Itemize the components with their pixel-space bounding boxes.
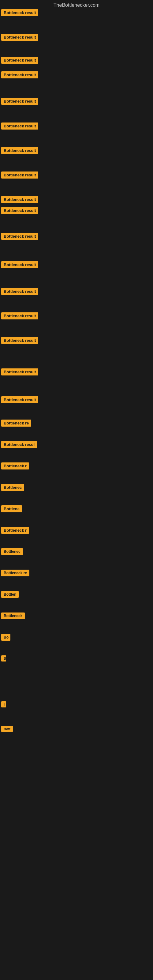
bottleneck-row-28: B — [1, 655, 6, 663]
bottleneck-row-30: I — [1, 701, 6, 709]
bottleneck-label-30: I — [1, 701, 6, 708]
bottleneck-row-25: Bottlen — [1, 591, 19, 599]
bottleneck-row-21: Bottlene — [1, 505, 22, 514]
bottleneck-row-19: Bottleneck r — [1, 463, 29, 471]
bottleneck-row-8: Bottleneck result — [1, 196, 38, 204]
bottleneck-label-23: Bottlenec — [1, 548, 23, 555]
bottleneck-label-19: Bottleneck r — [1, 463, 29, 469]
bottleneck-row-12: Bottleneck result — [1, 288, 38, 296]
bottleneck-label-15: Bottleneck result — [1, 368, 38, 375]
bottleneck-label-24: Bottleneck re — [1, 570, 29, 576]
bottleneck-label-16: Bottleneck result — [1, 396, 38, 403]
bottleneck-label-27: Bo — [1, 634, 10, 641]
site-title: TheBottlenecker.com — [0, 0, 153, 10]
bottleneck-row-4: Bottleneck result — [1, 98, 38, 106]
bottleneck-label-7: Bottleneck result — [1, 172, 38, 178]
bottleneck-row-10: Bottleneck result — [1, 233, 38, 241]
bottleneck-label-0: Bottleneck result — [1, 9, 38, 16]
bottleneck-row-5: Bottleneck result — [1, 123, 38, 131]
bottleneck-row-0: Bottleneck result — [1, 9, 38, 18]
bottleneck-label-21: Bottlene — [1, 505, 22, 512]
bottleneck-label-13: Bottleneck result — [1, 312, 38, 320]
bottleneck-row-24: Bottleneck re — [1, 570, 29, 578]
bottleneck-label-20: Bottlenec — [1, 484, 24, 491]
bottleneck-row-31: Bott — [1, 726, 13, 733]
bottleneck-row-27: Bo — [1, 634, 10, 642]
bottleneck-row-14: Bottleneck result — [1, 337, 38, 345]
bottleneck-row-23: Bottlenec — [1, 548, 23, 556]
bottleneck-row-7: Bottleneck result — [1, 172, 38, 180]
bottleneck-row-1: Bottleneck result — [1, 34, 38, 42]
bottleneck-label-31: Bott — [1, 726, 13, 732]
bottleneck-row-15: Bottleneck result — [1, 368, 38, 377]
bottleneck-label-26: Bottleneck — [1, 612, 25, 619]
bottleneck-row-20: Bottlenec — [1, 484, 24, 492]
bottleneck-row-11: Bottleneck result — [1, 261, 38, 269]
bottleneck-row-16: Bottleneck result — [1, 396, 38, 404]
bottleneck-label-10: Bottleneck result — [1, 233, 38, 240]
bottleneck-label-14: Bottleneck result — [1, 337, 38, 344]
bottleneck-label-12: Bottleneck result — [1, 288, 38, 295]
bottleneck-row-9: Bottleneck result — [1, 207, 38, 215]
bottleneck-label-5: Bottleneck result — [1, 123, 38, 130]
bottleneck-row-6: Bottleneck result — [1, 147, 38, 155]
page-wrapper: TheBottlenecker.com Bottleneck resultBot… — [0, 0, 153, 980]
bottleneck-label-3: Bottleneck result — [1, 72, 38, 78]
bottleneck-row-13: Bottleneck result — [1, 312, 38, 321]
bottleneck-label-8: Bottleneck result — [1, 196, 38, 203]
bottleneck-label-9: Bottleneck result — [1, 207, 38, 214]
bottleneck-row-22: Bottleneck r — [1, 527, 29, 535]
bottleneck-row-26: Bottleneck — [1, 612, 25, 620]
bottleneck-row-17: Bottleneck re — [1, 420, 31, 428]
bottleneck-label-6: Bottleneck result — [1, 147, 38, 154]
bottleneck-label-2: Bottleneck result — [1, 57, 38, 64]
bottleneck-label-1: Bottleneck result — [1, 34, 38, 41]
bottleneck-row-18: Bottleneck resul — [1, 441, 37, 449]
bottleneck-label-28: B — [1, 655, 6, 662]
bottleneck-row-3: Bottleneck result — [1, 72, 38, 80]
bottleneck-label-22: Bottleneck r — [1, 527, 29, 534]
bottleneck-label-11: Bottleneck result — [1, 261, 38, 268]
bottleneck-label-4: Bottleneck result — [1, 98, 38, 105]
bottleneck-label-17: Bottleneck re — [1, 420, 31, 426]
bottleneck-label-18: Bottleneck resul — [1, 441, 37, 448]
bottleneck-label-25: Bottlen — [1, 591, 19, 598]
bottleneck-row-2: Bottleneck result — [1, 57, 38, 65]
